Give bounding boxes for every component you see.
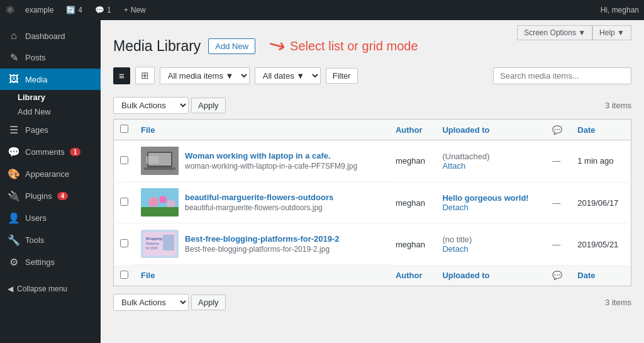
svg-rect-9 [141, 207, 179, 216]
row2-uploaded-cell: Hello gorgeous world! Detach [436, 182, 546, 223]
table-row: beautiful-marguerite-flowers-outdoors be… [114, 182, 631, 223]
svg-text:Platforms: Platforms [146, 242, 160, 245]
footer-select-all-checkbox[interactable] [120, 271, 128, 279]
header-author[interactable]: Author [389, 120, 436, 140]
updates-item[interactable]: 🔄 4 [64, 6, 85, 14]
sidebar-item-plugins[interactable]: 🔌 Plugins 4 [0, 185, 101, 207]
sidebar-sub-library[interactable]: Library [0, 90, 101, 104]
row3-uploaded-cell: (no title) Detach [436, 223, 546, 265]
row3-thumbnail[interactable]: BloggingPlatformsfor 2019 [141, 230, 179, 258]
wp-logo-icon[interactable]: ⚛ [5, 3, 15, 17]
sidebar-item-pages[interactable]: ☰ Pages [0, 119, 101, 141]
row1-file-name: woman-working-with-laptop-in-a-cafe-PF7S… [185, 162, 357, 171]
row2-file-cell: beautiful-marguerite-flowers-outdoors be… [135, 182, 389, 223]
row1-thumbnail[interactable] [141, 147, 179, 175]
sidebar-item-settings[interactable]: ⚙ Settings [0, 251, 101, 273]
row2-thumbnail[interactable] [141, 188, 179, 216]
svg-rect-15 [163, 235, 174, 250]
row1-check-cell [114, 140, 135, 183]
grid-view-icon: ⊞ [141, 70, 149, 81]
annotation: ↙ Select list or grid mode [268, 35, 418, 57]
date-filter[interactable]: All dates ▼ [255, 67, 321, 84]
table-header-row: File Author Uploaded to 💬 Date [114, 120, 631, 140]
row2-date-cell: 2019/06/17 [571, 182, 631, 223]
row3-checkbox[interactable] [120, 239, 128, 247]
row3-comment-dash: — [552, 240, 560, 249]
bulk-actions-top-select[interactable]: Bulk Actions [113, 97, 189, 114]
row1-uploaded-cell: (Unattached) Attach [436, 140, 546, 183]
row2-checkbox[interactable] [120, 198, 128, 206]
collapse-menu-btn[interactable]: ◀ Collapse menu [0, 278, 101, 300]
sidebar-item-appearance[interactable]: 🎨 Appearance [0, 163, 101, 185]
select-all-checkbox[interactable] [120, 125, 128, 133]
new-item-btn[interactable]: + New [121, 6, 148, 14]
comments-badge: 1 [70, 148, 81, 156]
list-view-icon: ≡ [119, 70, 125, 81]
site-name[interactable]: example [23, 6, 56, 14]
add-new-button[interactable]: Add New [208, 38, 255, 54]
row1-checkbox[interactable] [120, 156, 128, 164]
media-type-filter[interactable]: All media items ▼ [160, 67, 250, 84]
filter-button[interactable]: Filter [326, 68, 358, 84]
footer-file[interactable]: File [135, 265, 389, 286]
help-btn[interactable]: Help ▼ [592, 25, 631, 40]
footer-check [114, 265, 135, 286]
row2-detach-link[interactable]: Detach [442, 203, 540, 212]
sidebar-sub-add-new[interactable]: Add New [0, 104, 101, 119]
posts-icon: ✎ [8, 52, 20, 64]
sidebar-item-users[interactable]: 👤 Users [0, 207, 101, 229]
row2-file-name: beautiful-marguerite-flowers-outdoors.jp… [185, 203, 333, 212]
row3-detach-link[interactable]: Detach [442, 244, 540, 254]
row1-file-link[interactable]: Woman working with laptop in a cafe. [185, 151, 331, 160]
list-view-btn[interactable]: ≡ [113, 67, 130, 84]
sidebar-item-media[interactable]: 🖼 Media [0, 69, 101, 90]
row1-author-cell: meghan [389, 140, 436, 183]
bulk-actions-bottom-select[interactable]: Bulk Actions [113, 294, 189, 311]
header-date[interactable]: Date [571, 120, 631, 140]
row3-file-cell: BloggingPlatformsfor 2019 Best-free-blog… [135, 223, 389, 265]
row3-date-cell: 2019/05/21 [571, 223, 631, 265]
row1-attach-link[interactable]: Attach [442, 161, 540, 171]
top-actions-bar: Bulk Actions Apply 3 items [113, 92, 631, 119]
row1-comment-dash: — [552, 156, 560, 166]
apply-top-button[interactable]: Apply [191, 98, 226, 113]
row3-file-info: Best-free-blogging-platforms-for-2019-2 … [185, 234, 340, 254]
header-file[interactable]: File [135, 120, 389, 140]
footer-date[interactable]: Date [571, 265, 631, 286]
footer-uploaded-to[interactable]: Uploaded to [436, 265, 546, 286]
grid-view-btn[interactable]: ⊞ [135, 67, 155, 84]
screen-options-btn[interactable]: Screen Options ▼ [517, 25, 592, 40]
footer-comment-icon: 💬 [552, 271, 562, 280]
row2-file-info: beautiful-marguerite-flowers-outdoors be… [185, 193, 333, 212]
annotation-text: Select list or grid mode [290, 39, 418, 53]
items-count-bottom: 3 items [605, 298, 631, 307]
row1-file-info: Woman working with laptop in a cafe. wom… [185, 151, 357, 171]
footer-comment: 💬 [546, 265, 571, 286]
svg-point-7 [159, 196, 167, 203]
header-uploaded-to[interactable]: Uploaded to [436, 120, 546, 140]
comments-item[interactable]: 💬 1 [92, 6, 114, 14]
content-area: Screen Options ▼ Help ▼ Media Library Ad… [101, 20, 644, 343]
sidebar-item-tools[interactable]: 🔧 Tools [0, 229, 101, 251]
comment-column-icon: 💬 [552, 125, 562, 135]
items-count-top: 3 items [605, 101, 631, 110]
row2-file-link[interactable]: beautiful-marguerite-flowers-outdoors [185, 193, 333, 202]
row3-comment-cell: — [546, 223, 571, 265]
appearance-icon: 🎨 [8, 168, 20, 180]
row2-comment-cell: — [546, 182, 571, 223]
svg-text:Blogging: Blogging [146, 237, 162, 240]
sidebar-item-posts[interactable]: ✎ Posts [0, 47, 101, 69]
search-input[interactable] [493, 67, 631, 84]
apply-bottom-button[interactable]: Apply [191, 295, 226, 310]
row3-file-link[interactable]: Best-free-blogging-platforms-for-2019-2 [185, 234, 340, 244]
comments-icon: 💬 [8, 146, 20, 158]
user-greeting[interactable]: Hi, meghan [601, 6, 639, 14]
sidebar-item-dashboard[interactable]: ⌂ Dashboard [0, 25, 101, 47]
plugins-icon: 🔌 [8, 190, 20, 202]
row1-comment-cell: — [546, 140, 571, 183]
sidebar-item-comments[interactable]: 💬 Comments 1 [0, 141, 101, 163]
footer-author[interactable]: Author [389, 265, 436, 286]
media-table: File Author Uploaded to 💬 Date [113, 119, 631, 286]
row1-date-cell: 1 min ago [571, 140, 631, 183]
row2-comment-dash: — [552, 198, 560, 208]
